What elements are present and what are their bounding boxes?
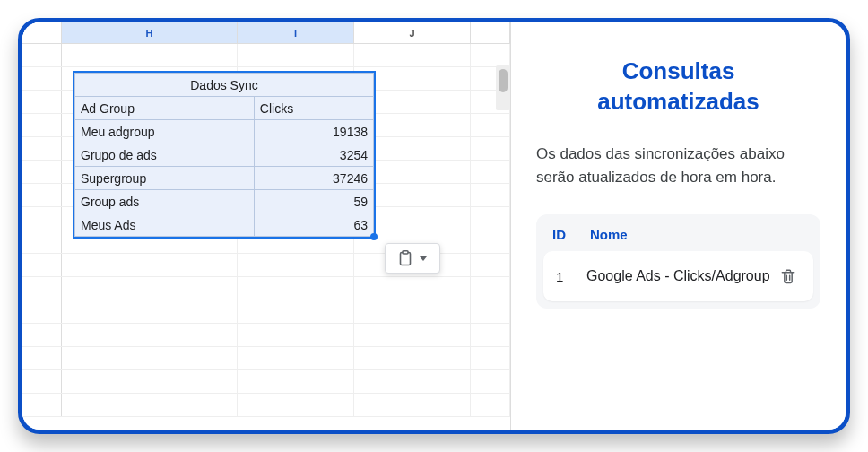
column-header-I[interactable]: I — [238, 22, 354, 43]
cell-clicks[interactable]: 63 — [254, 213, 373, 237]
header-clicks[interactable]: Clicks — [254, 97, 373, 120]
sidebar-title: Consultas automatizadas — [536, 56, 820, 117]
cell-clicks[interactable]: 19138 — [254, 120, 373, 143]
vertical-scrollbar[interactable] — [496, 65, 510, 110]
trash-icon — [779, 267, 797, 285]
cell-clicks[interactable]: 59 — [254, 190, 373, 213]
paste-options-button[interactable] — [385, 243, 440, 274]
query-id: 1 — [556, 269, 586, 284]
column-headers: H I J — [22, 22, 510, 44]
cell-adgroup[interactable]: Supergroup — [75, 167, 255, 190]
sidebar-title-line1: Consultas — [622, 57, 735, 84]
queries-card: ID Nome 1 Google Ads - Clicks/Adgroup — [536, 214, 820, 309]
cell-adgroup[interactable]: Meus Ads — [75, 213, 255, 237]
query-name: Google Ads - Clicks/Adgroup — [586, 266, 776, 286]
sidebar-description: Os dados das sincronizações abaixo serão… — [536, 143, 820, 190]
cell-adgroup[interactable]: Meu adgroup — [75, 120, 255, 143]
table-row: Meus Ads 63 — [75, 213, 374, 237]
selection-range: Dados Sync Ad Group Clicks Meu adgroup 1… — [73, 71, 376, 239]
data-table: Dados Sync Ad Group Clicks Meu adgroup 1… — [74, 73, 374, 237]
sidebar-title-line2: automatizadas — [597, 88, 760, 115]
table-row: Grupo de ads 3254 — [75, 143, 374, 167]
column-header-J[interactable]: J — [354, 22, 471, 43]
origin-cell[interactable] — [22, 22, 62, 43]
table-title-cell[interactable]: Dados Sync — [75, 74, 374, 97]
queries-header-id: ID — [552, 227, 590, 242]
cell-clicks[interactable]: 3254 — [254, 143, 373, 167]
app-frame: H I J — [18, 18, 850, 434]
table-row: Supergroup 37246 — [75, 167, 374, 190]
table-row: Group ads 59 — [75, 190, 374, 213]
selection-handle[interactable] — [370, 233, 378, 240]
scrollbar-thumb[interactable] — [499, 69, 508, 92]
header-adgroup[interactable]: Ad Group — [75, 97, 255, 120]
sidebar-panel: Consultas automatizadas Os dados das sin… — [511, 22, 846, 430]
queries-header: ID Nome — [536, 214, 820, 251]
queries-header-name: Nome — [590, 227, 804, 242]
column-header-H[interactable]: H — [62, 22, 238, 43]
spreadsheet-pane: H I J — [22, 22, 511, 430]
cell-adgroup[interactable]: Group ads — [75, 190, 255, 213]
column-header-extra[interactable] — [471, 22, 510, 43]
chevron-down-icon — [420, 256, 427, 261]
svg-rect-1 — [403, 251, 408, 254]
query-row[interactable]: 1 Google Ads - Clicks/Adgroup — [543, 251, 813, 301]
clipboard-icon — [398, 250, 412, 266]
table-row: Meu adgroup 19138 — [75, 120, 374, 143]
cell-clicks[interactable]: 37246 — [254, 167, 373, 190]
delete-query-button[interactable] — [776, 264, 801, 289]
cell-adgroup[interactable]: Grupo de ads — [75, 143, 255, 167]
